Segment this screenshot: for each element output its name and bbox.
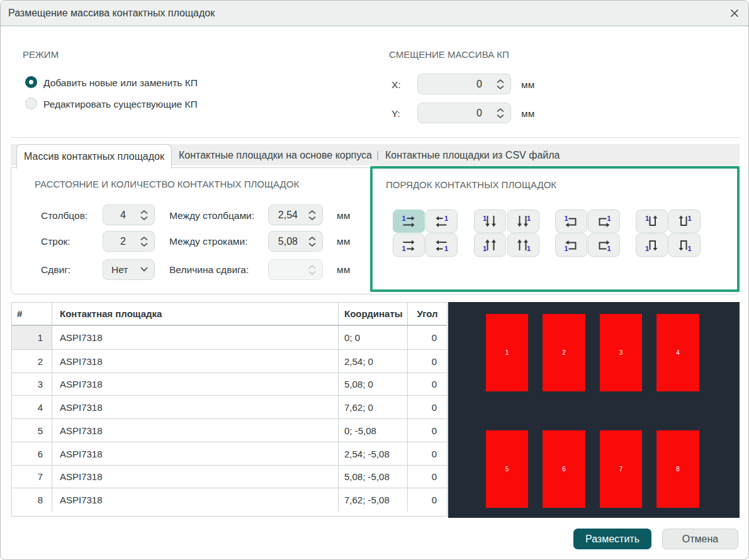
svg-text:1: 1 <box>402 245 405 252</box>
svg-text:1: 1 <box>688 215 692 222</box>
svg-text:1: 1 <box>607 245 611 252</box>
svg-text:1: 1 <box>444 245 448 252</box>
svg-text:1: 1 <box>444 215 448 222</box>
svg-text:1: 1 <box>645 245 649 252</box>
svg-text:1: 1 <box>564 215 568 222</box>
svg-text:1: 1 <box>483 245 487 252</box>
svg-text:1: 1 <box>527 215 531 222</box>
svg-text:1: 1 <box>645 215 649 222</box>
svg-text:1: 1 <box>688 245 692 252</box>
svg-text:1: 1 <box>527 245 531 252</box>
svg-text:1: 1 <box>607 215 611 222</box>
svg-text:1: 1 <box>564 245 568 252</box>
svg-text:1: 1 <box>483 215 487 222</box>
svg-text:1: 1 <box>402 215 405 222</box>
